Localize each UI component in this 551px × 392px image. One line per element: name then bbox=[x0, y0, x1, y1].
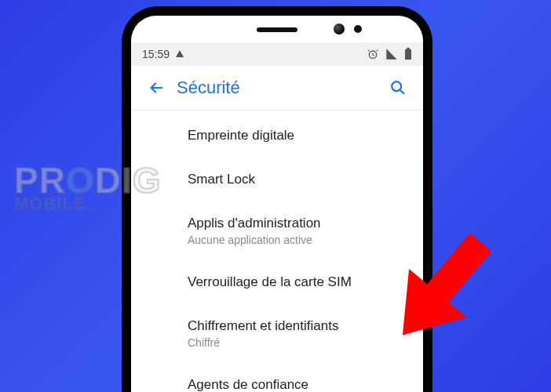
settings-row-sim-lock[interactable]: Verrouillage de la carte SIM bbox=[131, 260, 423, 304]
svg-line-5 bbox=[400, 90, 404, 94]
row-secondary: Aucune application active bbox=[188, 234, 404, 246]
watermark-part-accent: O bbox=[66, 160, 95, 201]
page-title: Sécurité bbox=[177, 78, 240, 98]
svg-rect-2 bbox=[407, 48, 410, 49]
arrow-left-icon bbox=[148, 79, 165, 96]
sensor-bar bbox=[131, 16, 423, 44]
front-camera-icon bbox=[334, 24, 345, 34]
row-secondary: Chiffré bbox=[188, 336, 404, 349]
row-primary: Verrouillage de la carte SIM bbox=[188, 274, 404, 290]
settings-row-encryption[interactable]: Chiffrement et identifiants Chiffré bbox=[131, 304, 423, 363]
row-primary: Empreinte digitale bbox=[188, 128, 404, 143]
back-button[interactable] bbox=[140, 72, 172, 103]
play-store-icon bbox=[176, 50, 184, 57]
settings-list: Empreinte digitale Smart Lock Applis d'a… bbox=[131, 111, 423, 392]
alarm-icon bbox=[367, 48, 379, 60]
watermark-part: PR bbox=[14, 160, 66, 201]
row-primary: Smart Lock bbox=[188, 172, 404, 187]
svg-rect-6 bbox=[425, 233, 491, 305]
app-bar: Sécurité bbox=[131, 66, 423, 111]
sensor-dot-icon bbox=[354, 25, 362, 33]
phone-screen: 15:59 bbox=[131, 16, 423, 392]
search-icon bbox=[389, 79, 407, 96]
signal-icon bbox=[385, 48, 398, 60]
row-primary: Applis d'administration bbox=[188, 216, 404, 231]
settings-row-admin-apps[interactable]: Applis d'administration Aucune applicati… bbox=[131, 201, 423, 260]
status-time: 15:59 bbox=[142, 48, 170, 60]
search-button[interactable] bbox=[382, 72, 414, 103]
row-primary: Chiffrement et identifiants bbox=[188, 318, 404, 334]
settings-row-smart-lock[interactable]: Smart Lock bbox=[131, 158, 423, 201]
settings-row-trust-agents[interactable]: Agents de confiance bbox=[131, 363, 423, 392]
battery-icon bbox=[404, 48, 412, 60]
status-bar: 15:59 bbox=[131, 42, 423, 66]
svg-rect-1 bbox=[405, 49, 411, 60]
speaker-slot bbox=[257, 27, 297, 32]
settings-row-fingerprint[interactable]: Empreinte digitale bbox=[131, 114, 423, 158]
phone-frame: 15:59 bbox=[122, 6, 432, 392]
row-primary: Agents de confiance bbox=[188, 377, 404, 392]
